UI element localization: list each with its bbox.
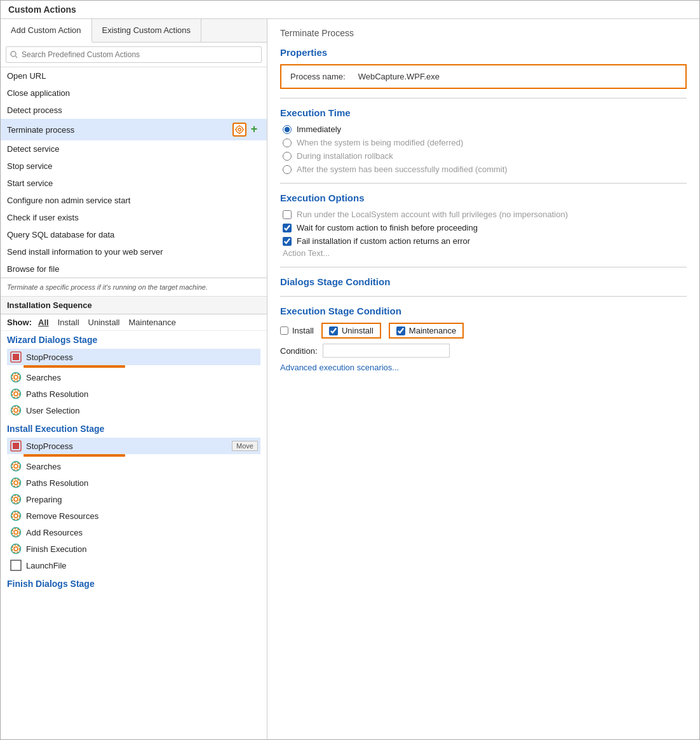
show-btn-install[interactable]: Install	[55, 317, 82, 328]
radio-rollback-input[interactable]	[283, 152, 292, 161]
properties-section-title: Properties	[280, 47, 687, 58]
list-item[interactable]: Check if user exists	[1, 209, 267, 226]
action-list: Open URL Close application Detect proces…	[1, 67, 267, 278]
seq-item-paths-resolution-wizard[interactable]: Paths Resolution	[7, 386, 260, 402]
left-panel: Add Custom Action Existing Custom Action…	[1, 19, 267, 739]
move-button[interactable]: Move	[232, 441, 258, 451]
seq-item-finish-execution-install[interactable]: Finish Execution	[7, 541, 260, 557]
process-name-label: Process name:	[290, 72, 346, 81]
checkbox-localsystem-input[interactable]	[283, 210, 292, 219]
search-input[interactable]	[6, 46, 262, 63]
checkbox-fail-input[interactable]	[283, 237, 292, 246]
execution-options-checkboxes: Run under the LocalSystem account with f…	[280, 210, 687, 246]
maintenance-check-outlined: Maintenance	[389, 323, 464, 339]
radio-commit-input[interactable]	[283, 165, 292, 174]
radio-immediately-input[interactable]	[283, 125, 292, 134]
condition-label: Condition:	[280, 346, 318, 356]
action-icons: +	[232, 123, 260, 137]
installation-sequence: Installation Sequence Show: All Install …	[1, 297, 267, 739]
show-label: Show:	[7, 318, 32, 327]
list-item[interactable]: Close application	[1, 84, 267, 102]
maintenance-checkbox[interactable]	[396, 326, 405, 335]
uninstall-checkbox[interactable]	[329, 326, 338, 335]
divider-4	[280, 296, 687, 297]
install-check-container: Install	[280, 326, 314, 335]
svg-point-35	[12, 545, 20, 553]
list-item[interactable]: Send install information to your web ser…	[1, 243, 267, 260]
seq-header: Installation Sequence	[1, 297, 267, 314]
seq-item-user-selection-wizard[interactable]: User Selection	[7, 402, 260, 419]
add-action-icon[interactable]: +	[248, 123, 260, 135]
radio-deferred: When the system is being modified (defer…	[283, 138, 687, 147]
search-bar	[1, 43, 267, 67]
show-btn-all[interactable]: All	[36, 317, 51, 328]
svg-rect-18	[13, 443, 19, 449]
uninstall-label: Uninstall	[342, 326, 374, 335]
gear-icon-finish-execution-install	[10, 542, 22, 555]
seq-item-preparing-install[interactable]: Preparing	[7, 491, 260, 508]
seq-item-searches-install[interactable]: Searches	[7, 458, 260, 474]
install-execution-stage: Install Execution Stage StopProcess Move	[1, 420, 267, 575]
list-item-terminate-process[interactable]: Terminate process	[1, 119, 267, 140]
checkbox-wait-input[interactable]	[283, 224, 292, 232]
seq-item-searches-wizard[interactable]: Searches	[7, 369, 260, 386]
seq-item-launch-file-install[interactable]: LaunchFile	[7, 557, 260, 574]
advanced-link[interactable]: Advanced execution scenarios...	[280, 363, 399, 372]
tab-existing-custom-actions[interactable]: Existing Custom Actions	[92, 19, 201, 42]
radio-immediately: Immediately	[283, 124, 687, 134]
gear-icon-add-resources-install	[10, 526, 22, 539]
right-panel: Terminate Process Properties Process nam…	[267, 19, 699, 739]
svg-point-34	[14, 547, 18, 551]
svg-point-11	[14, 392, 18, 396]
list-item[interactable]: Configure non admin service start	[1, 192, 267, 209]
list-item[interactable]: Detect service	[1, 140, 267, 158]
install-checkbox[interactable]	[280, 326, 288, 335]
action-description: Terminate a specific process if it's run…	[1, 278, 267, 297]
divider-2	[280, 183, 687, 184]
app-title: Custom Actions	[8, 4, 76, 15]
show-btn-uninstall[interactable]: Uninstall	[86, 317, 123, 328]
list-item[interactable]: Browse for file	[1, 260, 267, 278]
svg-point-15	[12, 407, 20, 414]
tab-add-custom-action[interactable]: Add Custom Action	[1, 19, 92, 43]
svg-point-23	[12, 479, 20, 487]
execution-options-title: Execution Options	[280, 192, 687, 203]
maintenance-label: Maintenance	[409, 326, 456, 335]
list-item[interactable]: Stop service	[1, 158, 267, 175]
svg-rect-37	[11, 560, 21, 570]
seq-item-add-resources-install[interactable]: Add Resources	[7, 524, 260, 541]
wizard-dialogs-stage-title: Wizard Dialogs Stage	[7, 335, 260, 345]
dialogs-stage-condition-title: Dialogs Stage Condition	[280, 276, 687, 287]
svg-point-19	[14, 464, 18, 468]
svg-point-1	[238, 128, 241, 131]
svg-point-29	[12, 512, 20, 520]
terminate-process-icon-btn[interactable]	[232, 123, 246, 137]
stop-process-bar-install	[24, 454, 125, 457]
gear-plus-icon	[234, 124, 245, 135]
uninstall-check-outlined: Uninstall	[321, 323, 381, 339]
radio-deferred-input[interactable]	[283, 138, 292, 147]
show-btn-maintenance[interactable]: Maintenance	[126, 317, 178, 328]
list-item[interactable]: Detect process	[1, 102, 267, 119]
gear-icon-searches-wizard	[10, 371, 22, 384]
seq-item-stop-process-install[interactable]: StopProcess Move	[7, 438, 260, 454]
radio-rollback: During installation rollback	[283, 151, 687, 161]
svg-point-20	[12, 462, 20, 470]
gear-icon-remove-resources-install	[10, 509, 22, 522]
title-bar: Custom Actions	[1, 1, 699, 19]
svg-point-28	[14, 514, 18, 518]
svg-point-32	[12, 528, 20, 536]
seq-item-paths-resolution-install[interactable]: Paths Resolution	[7, 474, 260, 491]
wizard-dialogs-stage: Wizard Dialogs Stage StopProcess	[1, 331, 267, 420]
condition-input[interactable]	[323, 344, 450, 358]
execution-stage-condition-title: Execution Stage Condition	[280, 306, 687, 316]
list-item[interactable]: Query SQL database for data	[1, 226, 267, 243]
gear-icon-preparing-install	[10, 493, 22, 506]
seq-item-stop-process-wizard[interactable]: StopProcess	[7, 349, 260, 365]
stop-process-icon-install	[10, 440, 22, 452]
seq-item-remove-resources-install[interactable]: Remove Resources	[7, 508, 260, 524]
list-item[interactable]: Start service	[1, 175, 267, 192]
execution-time-options: Immediately When the system is being mod…	[280, 124, 687, 174]
svg-rect-7	[13, 354, 19, 360]
list-item[interactable]: Open URL	[1, 67, 267, 84]
